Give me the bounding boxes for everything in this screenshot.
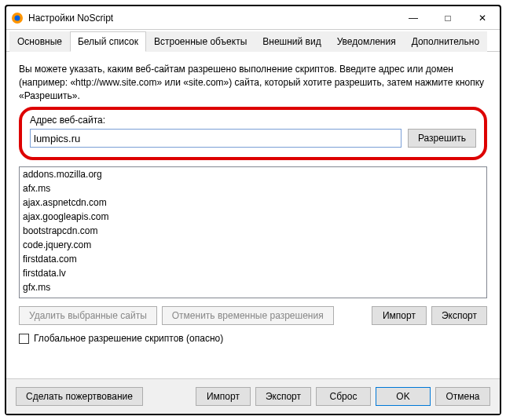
ok-button[interactable]: OK [376, 387, 431, 406]
list-item[interactable]: ajax.googleapis.com [20, 210, 486, 224]
tab-general[interactable]: Основные [9, 31, 70, 52]
svg-point-1 [15, 15, 20, 20]
bottom-button-bar: Сделать пожертвование Импорт Экспорт Сбр… [6, 378, 500, 414]
list-item[interactable]: bootstrapcdn.com [20, 224, 486, 238]
import-button[interactable]: Импорт [196, 387, 251, 406]
revoke-temp-button[interactable]: Отменить временные разрешения [162, 306, 334, 325]
app-icon [11, 12, 24, 24]
export-button[interactable]: Экспорт [255, 387, 311, 406]
list-item[interactable]: addons.mozilla.org [20, 167, 486, 181]
address-input[interactable] [30, 129, 402, 148]
tabs: Основные Белый список Встроенные объекты… [6, 30, 500, 52]
address-label: Адрес веб-сайта: [30, 115, 476, 126]
list-item[interactable]: firstdata.lv [20, 266, 486, 280]
tab-embedded[interactable]: Встроенные объекты [146, 31, 255, 52]
site-list[interactable]: addons.mozilla.org afx.ms ajax.aspnetcdn… [19, 166, 487, 298]
tab-notifications[interactable]: Уведомления [329, 31, 404, 52]
export-list-button[interactable]: Экспорт [431, 306, 487, 325]
highlighted-input-area: Адрес веб-сайта: Разрешить [19, 107, 487, 160]
dialog-window: Настройки NoScript — □ ✕ Основные Белый … [5, 5, 501, 415]
description-text: Вы можете указать, каким веб-сайтам разр… [19, 63, 487, 102]
tab-appearance[interactable]: Внешний вид [255, 31, 328, 52]
allow-button[interactable]: Разрешить [408, 129, 476, 148]
global-allow-checkbox[interactable] [19, 334, 29, 344]
list-item[interactable]: firstdata.com [20, 252, 486, 266]
tab-content: Вы можете указать, каким веб-сайтам разр… [6, 52, 500, 352]
global-allow-label: Глобальное разрешение скриптов (опасно) [34, 333, 223, 344]
import-list-button[interactable]: Импорт [372, 306, 427, 325]
cancel-button[interactable]: Отмена [435, 387, 490, 406]
list-item[interactable]: ajax.aspnetcdn.com [20, 195, 486, 210]
maximize-button[interactable]: □ [431, 6, 465, 29]
reset-button[interactable]: Сброс [316, 387, 371, 406]
remove-selected-button[interactable]: Удалить выбранные сайты [19, 306, 157, 325]
close-button[interactable]: ✕ [465, 6, 500, 29]
minimize-button[interactable]: — [396, 6, 431, 29]
list-item[interactable]: code.jquery.com [20, 238, 486, 252]
list-item[interactable]: afx.ms [20, 181, 486, 195]
window-title: Настройки NoScript [28, 13, 396, 24]
tab-advanced[interactable]: Дополнительно [404, 31, 487, 52]
tab-whitelist[interactable]: Белый список [70, 31, 146, 52]
donate-button[interactable]: Сделать пожертвование [16, 387, 143, 406]
list-item[interactable]: gfx.ms [20, 280, 486, 294]
titlebar: Настройки NoScript — □ ✕ [6, 6, 500, 30]
